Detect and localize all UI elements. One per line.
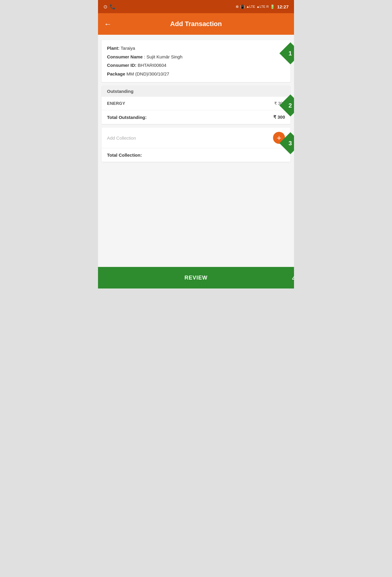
spotify-icon: ⊙ — [103, 4, 107, 10]
consumer-info-section: Plant: Taraiya Consumer Name : Sujit Kum… — [102, 40, 290, 82]
plant-label: Plant: — [107, 46, 120, 51]
plant-row: Plant: Taraiya — [107, 45, 285, 52]
add-collection-row: Add Collection + — [102, 128, 290, 148]
consumer-id-row: Consumer ID: BHTARI00604 — [107, 62, 285, 69]
content-spacer — [102, 165, 290, 262]
total-collection-label: Total Collection: — [107, 152, 142, 158]
page-title: Add Transaction — [117, 20, 275, 28]
step-number-4: 4 — [292, 275, 294, 282]
outstanding-section: Outstanding ENERGY ₹ 300 Total Outstandi… — [102, 86, 290, 124]
consumer-id-label: Consumer ID: — [107, 63, 136, 68]
outstanding-header: Outstanding — [102, 86, 290, 97]
consumer-info-card: Plant: Taraiya Consumer Name : Sujit Kum… — [102, 40, 290, 82]
status-left-icons: ⊙ 📞 — [103, 4, 116, 10]
app-bar: ← Add Transaction — [98, 13, 294, 35]
phone-icon: 📞 — [110, 4, 116, 10]
plant-value: Taraiya — [121, 46, 135, 51]
step-number-3: 3 — [289, 140, 292, 147]
phone-screen: ⊙ 📞 ✲ 📳 ▲LTE ▲LTE R 🔋 12:27 ← Add Transa… — [98, 0, 294, 288]
total-outstanding-row: Total Outstanding: ₹ 300 — [102, 110, 290, 124]
status-right-icons: ✲ 📳 ▲LTE ▲LTE R 🔋 12:27 — [236, 4, 289, 9]
total-collection-row: Total Collection: — [102, 148, 290, 162]
package-label: Package — [107, 71, 125, 76]
consumer-id-value: BHTARI00604 — [138, 63, 167, 68]
energy-row: ENERGY ₹ 300 — [102, 97, 290, 110]
energy-label: ENERGY — [107, 101, 125, 106]
add-collection-label: Add Collection — [107, 135, 136, 141]
back-button[interactable]: ← — [104, 19, 112, 29]
total-outstanding-value: ₹ 300 — [273, 114, 285, 120]
battery-icon: 🔋 — [270, 4, 275, 9]
bluetooth-icon: ✲ — [236, 4, 239, 9]
collection-card: Add Collection + Total Collection: — [102, 128, 290, 162]
review-button[interactable]: REVIEW — [184, 275, 207, 281]
package-value: MM (DND)/300/10/27 — [126, 71, 169, 76]
step-badge-4: 4 — [283, 267, 294, 288]
consumer-name-value: : Sujit Kumār Singh — [144, 54, 182, 59]
signal-lte-icon: ▲LTE — [246, 5, 255, 8]
consumer-name-row: Consumer Name : Sujit Kumār Singh — [107, 54, 285, 61]
step-number-2: 2 — [289, 102, 292, 109]
outstanding-card: Outstanding ENERGY ₹ 300 Total Outstandi… — [102, 86, 290, 124]
add-icon: + — [277, 134, 281, 142]
total-outstanding-label: Total Outstanding: — [107, 115, 147, 120]
vibrate-icon: 📳 — [240, 4, 245, 9]
main-content: Plant: Taraiya Consumer Name : Sujit Kum… — [98, 35, 294, 267]
collection-section: Add Collection + Total Collection: 3 — [102, 128, 290, 162]
bottom-bar: REVIEW 4 — [98, 267, 294, 288]
step-number-1: 1 — [289, 50, 292, 57]
signal-lte-r-icon: ▲LTE R — [256, 5, 269, 8]
status-bar: ⊙ 📞 ✲ 📳 ▲LTE ▲LTE R 🔋 12:27 — [98, 0, 294, 13]
consumer-name-label: Consumer Name — [107, 54, 143, 59]
package-row: Package MM (DND)/300/10/27 — [107, 71, 285, 78]
status-time: 12:27 — [277, 4, 289, 9]
